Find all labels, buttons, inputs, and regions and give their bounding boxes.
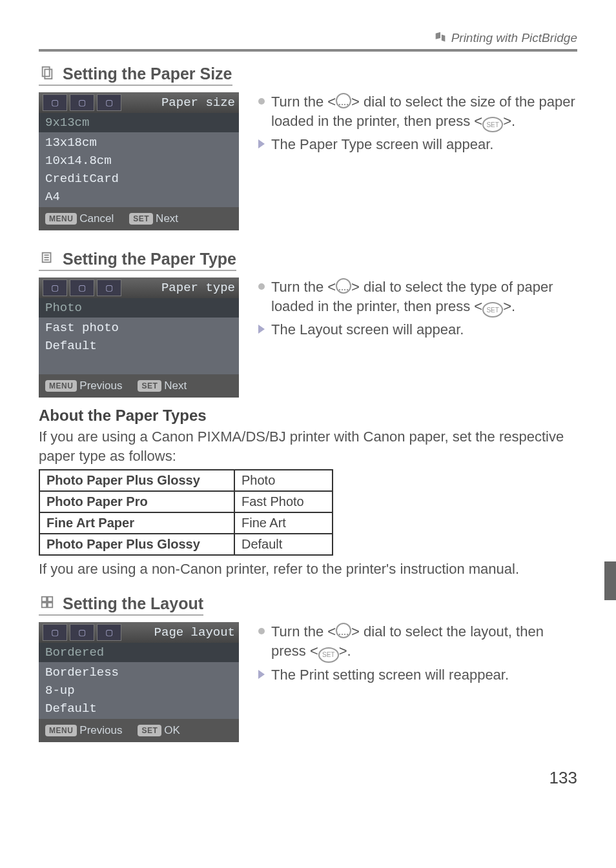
table-row: Photo Paper Plus GlossyPhoto	[39, 470, 333, 491]
set-button-icon: SET	[482, 302, 503, 318]
instruction-text: Turn the <> dial to select the type of p…	[258, 278, 577, 318]
breadcrumb: Printing with PictBridge	[39, 0, 577, 52]
svg-rect-1	[45, 69, 52, 79]
tab-icon: ▢	[43, 624, 67, 641]
table-row: Photo Paper ProFast Photo	[39, 491, 333, 512]
tab-icon: ▢	[70, 279, 94, 296]
pictbridge-icon	[433, 31, 447, 45]
tab-icon: ▢	[97, 279, 121, 296]
layout-icon	[40, 595, 54, 609]
previous-button[interactable]: MENU Previous	[45, 379, 122, 392]
list-item[interactable]: CreditCard	[39, 170, 239, 188]
tab-icon: ▢	[97, 624, 121, 641]
dial-icon	[336, 623, 351, 638]
list-item-selected[interactable]: Bordered	[39, 643, 239, 662]
breadcrumb-text: Printing with PictBridge	[451, 31, 577, 45]
svg-rect-9	[48, 603, 52, 607]
about-intro: If you are using a Canon PIXMA/DS/BJ pri…	[39, 427, 577, 465]
svg-rect-7	[48, 597, 52, 601]
dial-icon	[336, 278, 351, 294]
triangle-icon	[258, 670, 265, 679]
previous-button[interactable]: MENU Previous	[45, 724, 122, 737]
set-button-icon: SET	[482, 117, 503, 132]
paper-type-table: Photo Paper Plus GlossyPhoto Photo Paper…	[39, 469, 333, 556]
table-row: Photo Paper Plus GlossyDefault	[39, 534, 333, 555]
svg-rect-6	[42, 597, 46, 601]
set-button-icon: SET	[318, 647, 339, 663]
tab-icon: ▢	[70, 624, 94, 641]
dial-icon	[336, 93, 351, 108]
instruction-text: Turn the <> dial to select the layout, t…	[258, 622, 577, 662]
svg-rect-8	[42, 603, 46, 607]
triangle-icon	[258, 139, 265, 148]
panel-title: Paper size	[161, 96, 235, 110]
tab-icon: ▢	[97, 94, 121, 111]
ok-button[interactable]: SET OK	[138, 724, 180, 737]
list-item[interactable]: 10x14.8cm	[39, 152, 239, 170]
list-item-selected[interactable]: 9x13cm	[39, 113, 239, 132]
next-button[interactable]: SET Next	[138, 379, 187, 392]
cancel-button[interactable]: MENU Cancel	[45, 212, 114, 225]
page-layout-panel: ▢ ▢ ▢ Page layout Bordered Borderless 8-…	[39, 622, 239, 742]
list-item[interactable]: Borderless	[39, 663, 239, 681]
tab-icon: ▢	[43, 94, 67, 111]
list-item[interactable]: Fast photo	[39, 319, 239, 337]
about-outro: If you are using a non-Canon printer, re…	[39, 560, 577, 579]
tab-icon: ▢	[70, 94, 94, 111]
page-edge-tab	[604, 561, 616, 600]
table-row: Fine Art PaperFine Art	[39, 512, 333, 534]
about-heading: About the Paper Types	[39, 407, 577, 425]
list-item[interactable]: 8-up	[39, 681, 239, 700]
instruction-text: Turn the <> dial to select the size of t…	[258, 92, 577, 132]
bullet-dot-icon	[258, 283, 265, 290]
triangle-icon	[258, 325, 265, 334]
paper-type-panel: ▢ ▢ ▢ Paper type Photo Fast photo Defaul…	[39, 278, 239, 398]
panel-title: Paper type	[161, 281, 235, 295]
list-item[interactable]: Default	[39, 337, 239, 355]
instruction-text: The Layout screen will appear.	[258, 320, 577, 339]
paper-size-panel: ▢ ▢ ▢ Paper size 9x13cm 13x18cm 10x14.8c…	[39, 92, 239, 230]
page-number: 133	[39, 768, 577, 788]
list-item[interactable]: Default	[39, 700, 239, 718]
panel-title: Page layout	[154, 625, 235, 640]
list-item[interactable]: A4	[39, 188, 239, 206]
section-paper-type-heading: Setting the Paper Type	[39, 250, 236, 271]
list-item	[39, 355, 239, 373]
section-paper-size-heading: Setting the Paper Size	[39, 65, 232, 86]
paper-size-icon	[40, 65, 54, 79]
list-item-selected[interactable]: Photo	[39, 298, 239, 318]
bullet-dot-icon	[258, 628, 265, 634]
list-item[interactable]: 13x18cm	[39, 134, 239, 152]
paper-type-icon	[40, 250, 54, 265]
svg-rect-0	[43, 67, 50, 77]
next-button[interactable]: SET Next	[129, 212, 178, 225]
bullet-dot-icon	[258, 98, 265, 105]
instruction-text: The Paper Type screen will appear.	[258, 135, 577, 154]
section-layout-heading: Setting the Layout	[39, 594, 203, 616]
instruction-text: The Print setting screen will reappear.	[258, 665, 577, 685]
tab-icon: ▢	[43, 279, 67, 296]
